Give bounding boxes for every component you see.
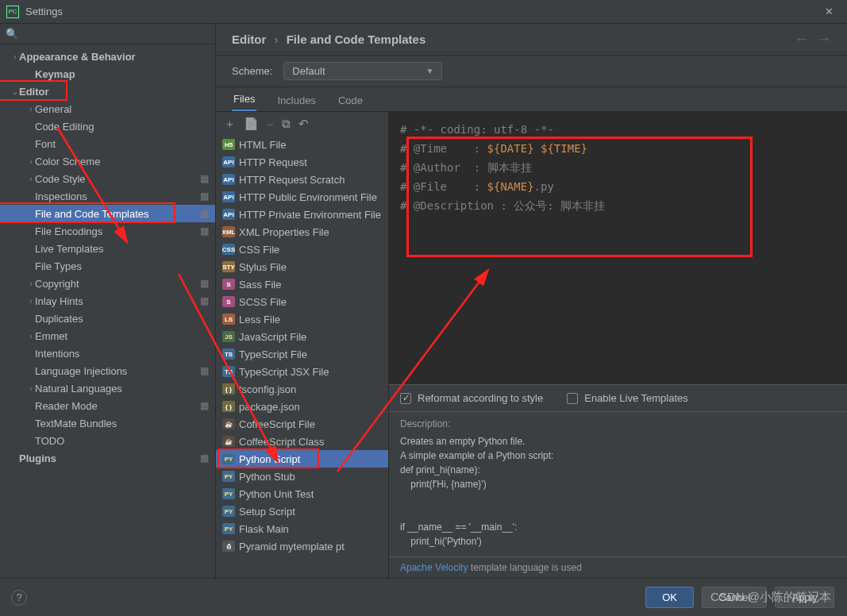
tab-files[interactable]: Files bbox=[232, 88, 256, 111]
tree-item-textmate-bundles[interactable]: TextMate Bundles bbox=[0, 414, 215, 432]
velocity-note: Apache Velocity template language is use… bbox=[389, 556, 847, 578]
close-icon[interactable]: ✕ bbox=[810, 0, 847, 24]
file-type-icon: API bbox=[222, 209, 235, 220]
tree-item-todo[interactable]: TODO bbox=[0, 432, 215, 449]
template-python-script[interactable]: PYPython Script bbox=[216, 450, 388, 468]
template-javascript-file[interactable]: JSJavaScript File bbox=[216, 328, 388, 345]
code-editor[interactable]: # -*- coding: utf-8 -*-# @Time : ${DATE}… bbox=[389, 112, 847, 384]
tree-item-file-and-code-templates[interactable]: File and Code Templates▦ bbox=[0, 205, 215, 222]
template-http-request[interactable]: APIHTTP Request bbox=[216, 153, 388, 171]
template-http-public-environment-file[interactable]: APIHTTP Public Environment File bbox=[216, 188, 388, 206]
tree-item-intentions[interactable]: Intentions bbox=[0, 345, 215, 362]
template-http-request-scratch[interactable]: APIHTTP Request Scratch bbox=[216, 171, 388, 188]
template-setup-script[interactable]: PYSetup Script bbox=[216, 502, 388, 520]
template-python-stub[interactable]: PYPython Stub bbox=[216, 468, 388, 485]
scheme-value: Default bbox=[292, 65, 325, 77]
template-label: HTTP Request Scratch bbox=[239, 174, 345, 186]
template-flask-main[interactable]: PYFlask Main bbox=[216, 520, 388, 537]
tree-item-language-injections[interactable]: Language Injections▦ bbox=[0, 362, 215, 379]
chevron-icon: ⌄ bbox=[11, 87, 19, 96]
template-typescript-jsx-file[interactable]: TSTypeScript JSX File bbox=[216, 363, 388, 380]
tree-item-inlay-hints[interactable]: ›Inlay Hints▦ bbox=[0, 292, 215, 310]
template-html-file[interactable]: H5HTML File bbox=[216, 136, 388, 153]
add-icon[interactable]: ＋ bbox=[224, 117, 236, 132]
file-type-icon: TS bbox=[222, 366, 235, 377]
nav-fwd-icon[interactable]: → bbox=[817, 31, 831, 48]
chevron-icon: › bbox=[27, 105, 35, 114]
tree-item-code-style[interactable]: ›Code Style▦ bbox=[0, 170, 215, 187]
template-css-file[interactable]: CSSCSS File bbox=[216, 241, 388, 258]
template-label: CoffeeScript File bbox=[239, 418, 315, 430]
ok-button[interactable]: OK bbox=[645, 587, 694, 608]
settings-tree[interactable]: ›Appearance & BehaviorKeymap⌄Editor›Gene… bbox=[0, 44, 215, 578]
tree-item-general[interactable]: ›General bbox=[0, 100, 215, 117]
velocity-link[interactable]: Apache Velocity bbox=[400, 562, 468, 573]
file-type-icon: ⎙ bbox=[222, 541, 235, 552]
template-python-unit-test[interactable]: PYPython Unit Test bbox=[216, 485, 388, 502]
remove-icon[interactable]: − bbox=[267, 117, 274, 131]
apply-button[interactable]: Apply bbox=[775, 587, 834, 608]
template-pyramid-mytemplate-pt[interactable]: ⎙Pyramid mytemplate pt bbox=[216, 537, 388, 555]
template-label: Pyramid mytemplate pt bbox=[239, 541, 345, 552]
live-templates-label: Enable Live Templates bbox=[584, 392, 688, 404]
undo-icon[interactable]: ↶ bbox=[298, 117, 309, 131]
tree-item-copyright[interactable]: ›Copyright▦ bbox=[0, 275, 215, 292]
template-scss-file[interactable]: SSCSS File bbox=[216, 293, 388, 310]
tree-item-reader-mode[interactable]: Reader Mode▦ bbox=[0, 397, 215, 414]
template-label: TypeScript JSX File bbox=[239, 366, 329, 378]
template-label: Setup Script bbox=[239, 506, 295, 518]
tree-item-code-editing[interactable]: Code Editing bbox=[0, 117, 215, 135]
live-templates-checkbox[interactable]: Enable Live Templates bbox=[567, 392, 688, 404]
template-http-private-environment-file[interactable]: APIHTTP Private Environment File bbox=[216, 206, 388, 223]
tree-item-label: Appearance & Behavior bbox=[19, 51, 215, 63]
gear-icon: ▦ bbox=[200, 452, 209, 464]
tree-item-appearance-behavior[interactable]: ›Appearance & Behavior bbox=[0, 48, 215, 65]
template-label: Less File bbox=[239, 314, 280, 325]
template-sass-file[interactable]: SSass File bbox=[216, 275, 388, 293]
tree-item-file-types[interactable]: File Types bbox=[0, 257, 215, 275]
template-tsconfig-json[interactable]: { }tsconfig.json bbox=[216, 380, 388, 398]
tree-item-font[interactable]: Font bbox=[0, 135, 215, 152]
tab-code[interactable]: Code bbox=[337, 90, 364, 111]
tree-item-keymap[interactable]: Keymap bbox=[0, 65, 215, 83]
tree-item-live-templates[interactable]: Live Templates bbox=[0, 240, 215, 257]
tree-item-color-scheme[interactable]: ›Color Scheme bbox=[0, 152, 215, 170]
file-type-icon: PY bbox=[222, 506, 235, 517]
template-list[interactable]: H5HTML FileAPIHTTP RequestAPIHTTP Reques… bbox=[216, 136, 388, 578]
template-stylus-file[interactable]: STYStylus File bbox=[216, 258, 388, 275]
cancel-button[interactable]: Cancel bbox=[702, 587, 767, 608]
tab-includes[interactable]: Includes bbox=[275, 90, 317, 111]
tree-item-natural-languages[interactable]: ›Natural Languages bbox=[0, 379, 215, 397]
template-typescript-file[interactable]: TSTypeScript File bbox=[216, 345, 388, 363]
search-input[interactable] bbox=[21, 28, 210, 40]
tree-item-file-encodings[interactable]: File Encodings▦ bbox=[0, 222, 215, 240]
scheme-combo[interactable]: Default ▼ bbox=[283, 62, 442, 80]
tree-item-label: Inlay Hints bbox=[35, 295, 215, 307]
file-type-icon: PY bbox=[222, 471, 235, 482]
tree-item-emmet[interactable]: ›Emmet bbox=[0, 327, 215, 345]
template-xml-properties-file[interactable]: XMLXML Properties File bbox=[216, 223, 388, 241]
file-type-icon: CSS bbox=[222, 244, 235, 255]
tree-item-duplicates[interactable]: Duplicates bbox=[0, 310, 215, 327]
nav-back-icon[interactable]: ← bbox=[795, 31, 809, 48]
chevron-icon: › bbox=[27, 175, 35, 183]
tree-item-label: Copyright bbox=[35, 278, 215, 290]
file-type-icon: ☕ bbox=[222, 436, 235, 447]
tree-item-editor[interactable]: ⌄Editor bbox=[0, 83, 215, 100]
template-label: TypeScript File bbox=[239, 348, 307, 360]
template-coffeescript-file[interactable]: ☕CoffeeScript File bbox=[216, 415, 388, 433]
help-icon[interactable]: ? bbox=[11, 590, 27, 606]
template-label: HTTP Request bbox=[239, 156, 307, 168]
copy-icon[interactable]: ⧉ bbox=[282, 117, 291, 131]
template-coffeescript-class[interactable]: ☕CoffeeScript Class bbox=[216, 433, 388, 450]
logo: PC bbox=[6, 6, 19, 18]
template-package-json[interactable]: { }package.json bbox=[216, 398, 388, 415]
reformat-checkbox[interactable]: Reformat according to style bbox=[400, 392, 543, 404]
file-type-icon: PY bbox=[222, 453, 235, 464]
copy-template-icon[interactable]: 📄 bbox=[244, 117, 259, 131]
file-type-icon: { } bbox=[222, 401, 235, 412]
check-icon bbox=[400, 393, 411, 404]
template-less-file[interactable]: LSLess File bbox=[216, 310, 388, 328]
tree-item-plugins[interactable]: Plugins▦ bbox=[0, 449, 215, 467]
tree-item-inspections[interactable]: Inspections▦ bbox=[0, 187, 215, 205]
